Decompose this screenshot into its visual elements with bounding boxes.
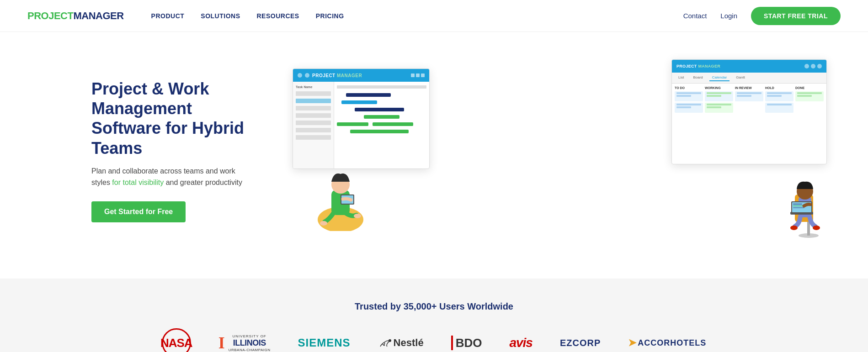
trusted-section: Trusted by 35,000+ Users Worldwide NASA … [0,278,868,352]
logo-nestle: Nestlé [378,337,424,349]
gantt-header-row [337,85,426,89]
illinois-sub: URBANA-CHAMPAIGN [229,348,271,352]
gantt-ctrl-2 [416,74,420,77]
kanban-item-3 [705,91,733,101]
header: PROJECT MANAGER PRODUCT SOLUTIONS RESOUR… [0,0,868,32]
gantt-task-row-7 [296,135,331,140]
illinois-university: UNIVERSITY OF [229,334,271,338]
nav-right: Contact Login START FREE TRIAL [683,7,841,25]
gantt-bar-row-5 [337,122,426,126]
bdo-text: BDO [456,336,482,350]
gantt-bar-row-4 [337,115,426,119]
kanban-item-line-13 [767,104,792,105]
kanban-col-hold: Hold [765,86,793,114]
gantt-bar-row-2 [337,100,426,105]
logo[interactable]: PROJECT MANAGER [27,10,124,22]
kanban-item-5 [735,91,763,101]
logo-ezcorp: EZCORP [560,338,601,348]
kanban-tab-calendar[interactable]: Calendar [709,74,730,81]
accor-text: ACCORHOTELS [638,338,706,348]
hero-visual: PROJECT MANAGER Task Name [293,59,841,242]
kanban-col-working: Working [705,86,733,114]
gantt-bar-row-6 [337,129,426,134]
kanban-header: PROJECT MANAGER [672,60,826,73]
kanban-item-line-9 [737,92,761,94]
illinois-text: UNIVERSITY OF ILLINOIS URBANA-CHAMPAIGN [229,334,271,352]
kanban-col-todo: To Do [675,86,703,114]
gantt-task-row-5 [296,121,331,125]
kanban-item-2 [675,103,703,113]
kanban-item-line-5 [707,92,731,94]
ezcorp-text: EZCORP [560,338,601,348]
kanban-col-working-header: Working [705,86,733,89]
kanban-item-6 [765,91,793,101]
gantt-header: PROJECT MANAGER [293,69,429,82]
nestle-bird-icon [378,337,392,348]
main-nav: PRODUCT SOLUTIONS RESOURCES PRICING [151,12,344,20]
kanban-item-4 [705,103,733,113]
svg-point-20 [389,339,391,342]
gantt-bar-6a [350,130,408,133]
kanban-item-line-11 [767,92,792,94]
gantt-bar-row-1 [337,93,426,97]
kanban-col-hold-header: Hold [765,86,793,89]
kanban-tabs: List Board Calendar Gantt [672,73,826,84]
gantt-task-row-6 [296,128,331,132]
nav-item-pricing[interactable]: PRICING [316,12,344,20]
accor-arrow-icon: ➤ [628,337,637,349]
nav-item-product[interactable]: PRODUCT [151,12,185,20]
person-tablet-illustration [315,149,370,233]
kanban-col-inreview: In Review [735,86,763,114]
person-laptop-illustration [781,149,831,242]
gantt-bar-5b [373,122,413,126]
kanban-item-1 [675,91,703,101]
illinois-i: I [218,333,225,352]
kanban-col-done: Done [795,86,824,114]
svg-point-4 [354,214,361,218]
gantt-bar-row-3 [337,107,426,112]
trusted-logos: NASA I UNIVERSITY OF ILLINOIS URBANA-CHA… [27,328,841,352]
gantt-task-row-4 [296,113,331,118]
bdo-bar [451,336,453,350]
gantt-bar-1a [346,93,391,97]
nav-item-resources[interactable]: RESOURCES [257,12,299,20]
gantt-ctrl-1 [411,74,415,77]
hero-description: Plan and collaborate across teams and wo… [91,165,256,189]
kanban-item-8 [795,91,824,101]
kanban-item-line-10 [737,95,751,97]
kanban-item-line-15 [797,95,812,97]
logo-nasa: NASA [162,328,191,352]
svg-point-3 [320,221,327,226]
kanban-icon-user [811,64,815,68]
kanban-header-icons [804,64,822,68]
gantt-dot-2 [305,73,309,78]
trusted-title: Trusted by 35,000+ Users Worldwide [27,301,841,312]
kanban-tab-gantt[interactable]: Gantt [733,74,748,81]
gantt-dot-1 [298,73,302,78]
nav-item-solutions[interactable]: SOLUTIONS [201,12,240,20]
kanban-item-line-3 [676,104,701,105]
nav-login[interactable]: Login [720,12,737,20]
nav-contact[interactable]: Contact [683,12,707,20]
hero-title: Project & Work Management Software for H… [91,79,256,158]
kanban-item-line-2 [676,95,691,97]
kanban-tab-list[interactable]: List [676,74,687,81]
kanban-icon-search [804,64,809,68]
kanban-tab-board[interactable]: Board [690,74,705,81]
avis-text: avis [509,336,533,350]
svg-rect-19 [793,207,804,208]
gantt-bar-4a [364,115,399,119]
kanban-item-line-7 [707,104,731,105]
kanban-item-line-12 [767,95,782,97]
kanban-col-done-header: Done [795,86,824,89]
kanban-item-line-6 [707,95,721,97]
kanban-item-line-1 [676,92,701,94]
logo-bdo: BDO [451,336,482,350]
gantt-bar-2a [341,100,377,104]
get-started-button[interactable]: Get Started for Free [91,201,186,222]
logo-project: PROJECT [27,10,73,22]
kanban-col-inreview-header: In Review [735,86,763,89]
start-free-trial-button[interactable]: START FREE TRIAL [751,7,841,25]
siemens-text: SIEMENS [298,336,351,349]
logo-avis: avis [509,336,533,350]
